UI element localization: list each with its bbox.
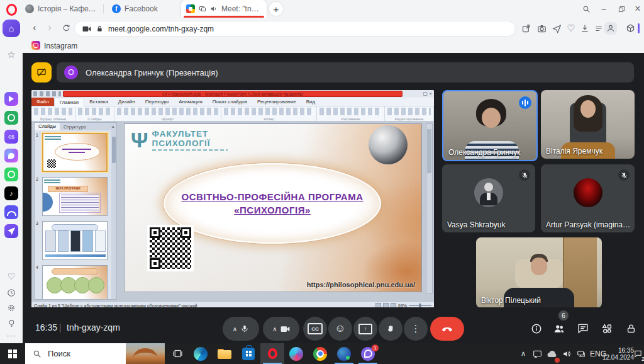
presenter-name: Олександра Гринчук (Презентація): [86, 68, 218, 77]
taskbar-search-box[interactable]: Поиск: [25, 343, 165, 364]
tile-vasya[interactable]: Vasya Shkrabyuk: [442, 164, 535, 232]
people-button[interactable]: [552, 322, 566, 336]
extensions-icon[interactable]: [624, 22, 636, 35]
present-button[interactable]: ↑: [353, 317, 377, 341]
ppt-tab: Дизайн: [113, 98, 140, 106]
raise-hand-button[interactable]: [379, 317, 402, 341]
participant-name: Vasya Shkrabyuk: [447, 220, 506, 229]
taskbar-webex[interactable]: [332, 343, 356, 364]
viber-notification-badge: 1: [372, 344, 379, 351]
tray-onedrive-icon[interactable]: [545, 343, 558, 364]
likes-heart-icon[interactable]: ♡: [4, 270, 18, 283]
share-page-icon[interactable]: [519, 22, 532, 35]
taskbar-edge[interactable]: [189, 343, 213, 364]
messenger-icon[interactable]: [4, 149, 18, 162]
ppt-current-slide: Ψ ФАКУЛЬТЕТ ПСИХОЛОГІЇ ОСВІТНЬО-ПРОФЕСІЙ…: [125, 124, 421, 292]
taskbar-chrome[interactable]: [308, 343, 332, 364]
reactions-button[interactable]: ☺: [328, 317, 352, 341]
aria-icon[interactable]: [4, 92, 18, 106]
slide-thumbnail-3: [42, 221, 108, 260]
end-call-button[interactable]: [430, 317, 464, 341]
presentation-chip[interactable]: [31, 62, 52, 82]
tray-network-icon[interactable]: [574, 343, 588, 364]
favorites-heart-icon[interactable]: ♡: [565, 22, 577, 35]
bookmark-instagram[interactable]: Instagram: [44, 42, 77, 50]
mic-options-chevron-icon[interactable]: ∧: [233, 326, 237, 333]
camera-in-use-icon: [82, 25, 91, 33]
sidebar-more-icon[interactable]: ···: [4, 329, 18, 343]
qr-code: [147, 225, 194, 271]
slide-thumbnail-4: [42, 265, 108, 300]
logo-line-2: ПСИХОЛОГІЇ: [152, 139, 228, 148]
player-headphones-icon[interactable]: [4, 205, 18, 219]
host-controls-button[interactable]: [624, 322, 638, 336]
participant-name: Віктор Пілецький: [481, 296, 541, 305]
new-tab-button[interactable]: +: [269, 2, 283, 16]
captions-button[interactable]: CC: [303, 317, 327, 341]
tray-cast-icon[interactable]: [530, 343, 544, 364]
tab-label: Facebook: [125, 4, 158, 13]
tab-history-site[interactable]: Історія – Кафедра соціал: [20, 0, 103, 18]
telegram-icon[interactable]: [4, 224, 18, 238]
tab-meet-active[interactable]: Meet: "tnh-gxay-z: [181, 0, 267, 18]
tray-clock[interactable]: 16:35 12.04.2024: [606, 343, 634, 364]
downloads-icon[interactable]: [579, 22, 591, 35]
task-view-button[interactable]: [166, 343, 189, 364]
taskbar-viber[interactable]: 1: [356, 343, 380, 364]
action-center-button[interactable]: 2: [631, 343, 644, 364]
avatar: [574, 178, 602, 207]
ppt-group-editing: Редактирование: [385, 106, 434, 121]
settings-app-icon[interactable]: [4, 111, 18, 125]
meeting-details-button[interactable]: [530, 322, 543, 336]
notification-count: 2: [641, 356, 644, 362]
snapshot-icon[interactable]: [535, 22, 548, 35]
logo-line-1: ФАКУЛЬТЕТ: [152, 129, 228, 139]
activities-button[interactable]: [600, 322, 614, 336]
taskbar-store[interactable]: [236, 343, 260, 364]
chatsonic-icon[interactable]: CS: [4, 130, 18, 144]
mic-off-icon: [519, 169, 530, 181]
tile-viktor[interactable]: Віктор Пілецький: [476, 237, 602, 308]
tiktok-icon[interactable]: ♪: [4, 186, 18, 200]
start-button[interactable]: [0, 343, 25, 364]
send-to-flow-icon[interactable]: [550, 22, 563, 35]
ppt-tab-file: Файл: [31, 98, 54, 106]
tips-bulb-icon[interactable]: [4, 316, 18, 330]
reading-list-icon[interactable]: [592, 22, 605, 35]
tile-oleksandra[interactable]: Олександра Гринчук: [442, 90, 538, 161]
separator: |: [59, 322, 62, 333]
back-button[interactable]: ‹: [28, 21, 42, 35]
ppt-quick-access-icons: [33, 91, 61, 96]
chat-button[interactable]: [576, 322, 590, 336]
address-bar[interactable]: meet.google.com/tnh-gxay-zqm: [74, 21, 516, 37]
minimize-button[interactable]: –: [597, 3, 610, 15]
whatsapp-icon[interactable]: [4, 168, 18, 181]
tile-artur[interactable]: Artur Parsyak (imagina…: [541, 164, 635, 232]
avatar: [474, 178, 503, 207]
restore-button[interactable]: [615, 3, 628, 15]
tab-facebook[interactable]: f Facebook: [107, 0, 167, 18]
opera-logo[interactable]: [6, 4, 17, 16]
mic-button[interactable]: ∧: [223, 317, 259, 341]
tray-expand-chevron[interactable]: ∧: [517, 343, 530, 364]
camera-button[interactable]: ∧: [263, 317, 299, 341]
reload-button[interactable]: [59, 21, 73, 35]
taskbar-copilot[interactable]: [284, 343, 308, 364]
camera-options-chevron-icon[interactable]: ∧: [272, 326, 277, 333]
tray-volume-icon[interactable]: [560, 343, 574, 364]
sidebar-home-button[interactable]: ⌂: [3, 20, 20, 37]
taskbar-explorer[interactable]: [213, 343, 236, 364]
profile-icon[interactable]: [604, 22, 617, 35]
tile-vitaliia[interactable]: Віталія Яремчук: [541, 90, 635, 159]
bookmarks-star-icon[interactable]: ☆: [4, 48, 18, 62]
tab-search-button[interactable]: [580, 3, 592, 15]
meet-page: О Олександра Гринчук (Презентація) ОП-Пс…: [23, 53, 644, 343]
settings-gear-icon[interactable]: [4, 301, 18, 315]
forward-button[interactable]: ›: [43, 21, 57, 35]
close-button[interactable]: ×: [631, 3, 644, 15]
taskbar-opera[interactable]: [260, 343, 284, 364]
history-clock-icon[interactable]: [4, 286, 18, 300]
cc-icon: CC: [308, 323, 323, 334]
more-options-button[interactable]: ⋮: [404, 317, 428, 341]
ppt-group-drawing: Рисование: [317, 106, 385, 121]
